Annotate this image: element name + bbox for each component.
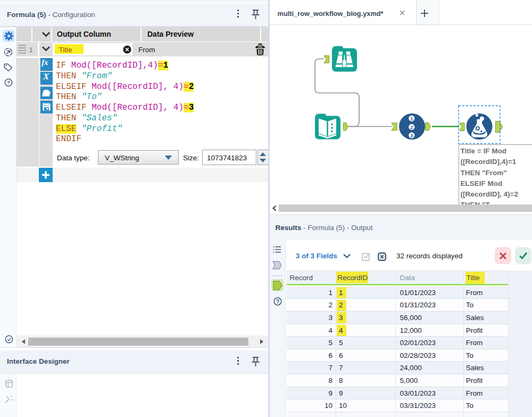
svg-text:?: ? — [7, 79, 10, 85]
svg-text:3: 3 — [410, 133, 413, 138]
svg-text:2: 2 — [410, 124, 413, 129]
svg-text:?: ? — [276, 299, 279, 305]
svg-text:1: 1 — [410, 116, 413, 121]
